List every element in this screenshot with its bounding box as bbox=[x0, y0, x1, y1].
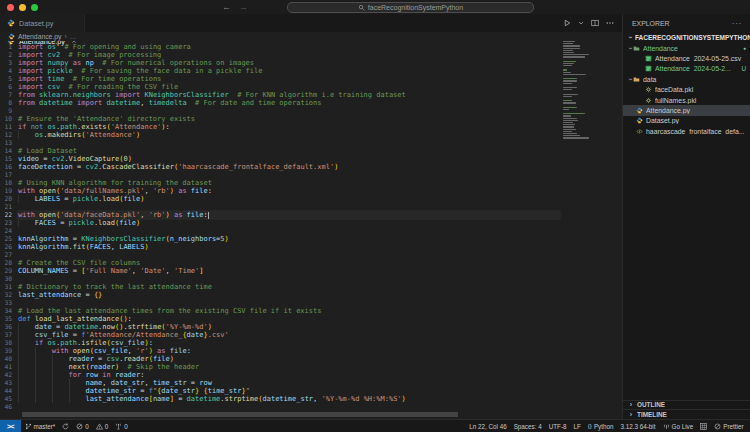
code-line-27: 27 bbox=[0, 251, 560, 259]
breadcrumb-more[interactable]: … bbox=[70, 33, 77, 40]
code-line-17: 17 bbox=[0, 171, 560, 179]
tree-item-label: data bbox=[643, 76, 746, 83]
python-icon bbox=[636, 107, 643, 114]
line-number: 34 bbox=[0, 307, 18, 315]
go-live-button[interactable]: Go Live bbox=[659, 420, 697, 432]
code-line-22: 22with open('data/faceData.pkl', 'rb') a… bbox=[0, 211, 560, 219]
run-options-button[interactable] bbox=[578, 20, 584, 26]
tree-item-attendance-2024-05-2[interactable]: Attendance_2024-05-2...U bbox=[623, 64, 750, 74]
explorer-header: EXPLORER ··· bbox=[623, 14, 750, 32]
zoom-window-button[interactable] bbox=[31, 4, 38, 11]
slash-circle-icon bbox=[714, 423, 721, 430]
remote-indicator[interactable]: >< bbox=[0, 420, 21, 432]
tab-bar: Dataset.pyAttendance.py bbox=[0, 14, 622, 32]
minimap-line bbox=[563, 61, 576, 62]
line-number: 4 bbox=[0, 67, 18, 75]
ports-status[interactable]: 0 bbox=[112, 420, 132, 432]
line-number: 44 bbox=[0, 387, 18, 395]
xml-icon bbox=[636, 128, 643, 135]
minimap-line bbox=[563, 74, 586, 75]
close-window-button[interactable] bbox=[7, 4, 14, 11]
line-number: 41 bbox=[0, 363, 18, 371]
minimap-line bbox=[563, 87, 577, 88]
tab-dataset-py[interactable]: Dataset.py bbox=[0, 14, 85, 32]
code-line-35: 35def load_last_attendance(): bbox=[0, 315, 560, 323]
line-number: 7 bbox=[0, 91, 18, 99]
code-line-16: 16faceDetection = cv2.CascadeClassifier(… bbox=[0, 163, 560, 171]
sync-changes-button[interactable] bbox=[59, 420, 73, 432]
minimap-line bbox=[563, 43, 573, 44]
vscode-window: ← → faceRecognitionSystemPython Dataset.… bbox=[0, 0, 750, 432]
prettier-status[interactable]: Prettier bbox=[711, 420, 747, 432]
command-center-search[interactable]: faceRecognitionSystemPython bbox=[287, 2, 534, 13]
history-navigation: ← → bbox=[222, 0, 248, 14]
run-python-file-button[interactable] bbox=[563, 19, 571, 27]
line-number: 21 bbox=[0, 203, 18, 211]
chevron-right-icon: › bbox=[628, 411, 634, 418]
minimap-line bbox=[563, 50, 573, 51]
tree-item-fullnames-pkl[interactable]: fullNames.pkl bbox=[623, 95, 750, 105]
minimap-line bbox=[563, 126, 574, 127]
status-label: 0 bbox=[124, 423, 128, 430]
minimap[interactable] bbox=[563, 41, 590, 142]
untracked-badge: U bbox=[741, 65, 746, 72]
code-editor[interactable]: 1import os # For opening and using camer… bbox=[0, 41, 622, 419]
minimize-window-button[interactable] bbox=[19, 4, 26, 11]
warnings-count[interactable]: 0 bbox=[92, 420, 112, 432]
errors-count[interactable]: 0 bbox=[73, 420, 93, 432]
back-arrow-icon[interactable]: ← bbox=[222, 2, 231, 12]
explorer-root-folder[interactable]: › FACERECOGNITIONSYSTEMPYTHON bbox=[623, 32, 750, 43]
language-mode[interactable]: {}Python bbox=[584, 420, 617, 432]
line-number: 27 bbox=[0, 251, 18, 259]
breadcrumb[interactable]: Attendance.py › … bbox=[0, 32, 622, 41]
section-outline[interactable]: ›OUTLINE bbox=[623, 400, 750, 410]
line-number: 13 bbox=[0, 139, 18, 147]
indentation-status[interactable]: Spaces: 4 bbox=[510, 420, 545, 432]
forward-arrow-icon[interactable]: → bbox=[239, 2, 248, 12]
python-interpreter[interactable]: 3.12.3 64-bit bbox=[617, 420, 659, 432]
search-icon bbox=[358, 4, 365, 11]
code-line-10: 10# Ensure the 'Attendance' directory ex… bbox=[0, 115, 560, 123]
tree-item-data[interactable]: ›data bbox=[623, 74, 750, 84]
tree-item-attendance-2024-05-25-csv[interactable]: Attendance_2024-05-25.csv bbox=[623, 53, 750, 63]
code-line-6: 6import csv # For reading the CSV file bbox=[0, 83, 560, 91]
code-line-31: 31# Dictionary to track the last attenda… bbox=[0, 283, 560, 291]
breadcrumb-file[interactable]: Attendance.py bbox=[18, 33, 61, 40]
folder-icon bbox=[633, 76, 640, 83]
section-timeline[interactable]: ›TIMELINE bbox=[623, 409, 750, 419]
code-line-8: 8from datetime import datetime, timedelt… bbox=[0, 99, 560, 107]
minimap-line bbox=[563, 65, 572, 66]
editor-more-actions-button[interactable] bbox=[606, 19, 614, 27]
explorer-more-actions-button[interactable]: ··· bbox=[732, 20, 742, 27]
status-label: Ln 22, Col 46 bbox=[469, 423, 506, 430]
tree-item-attendance-py[interactable]: Attendance.py bbox=[623, 105, 750, 115]
csv-icon bbox=[645, 65, 652, 72]
status-label: UTF-8 bbox=[549, 423, 567, 430]
line-number: 39 bbox=[0, 347, 18, 355]
encoding-status[interactable]: UTF-8 bbox=[545, 420, 570, 432]
minimap-line bbox=[563, 72, 571, 73]
eol-status[interactable]: LF bbox=[570, 420, 584, 432]
code-line-23: 23 FACES = pickle.load(file) bbox=[0, 219, 560, 227]
tree-item-haarcascade-frontalface-defa[interactable]: haarcascade_frontalface_defa... bbox=[623, 126, 750, 136]
csv-icon bbox=[645, 55, 652, 62]
git-branch-status[interactable]: master* bbox=[21, 420, 59, 432]
branch-icon bbox=[25, 423, 32, 430]
horizontal-scrollbar[interactable] bbox=[22, 412, 458, 417]
tree-item-attendance[interactable]: ›Attendance● bbox=[623, 43, 750, 53]
minimap-line bbox=[563, 69, 567, 70]
status-label: master* bbox=[34, 423, 56, 430]
command-center-label: faceRecognitionSystemPython bbox=[368, 4, 463, 11]
extension-grid-button[interactable] bbox=[697, 420, 711, 432]
minimap-line bbox=[563, 124, 575, 125]
tree-item-facedata-pkl[interactable]: faceData.pkl bbox=[623, 85, 750, 95]
code-line-29: 29COLUMN_NAMES = ['Full Name', 'Date', '… bbox=[0, 267, 560, 275]
tree-item-dataset-py[interactable]: Dataset.py bbox=[623, 116, 750, 126]
cursor-position[interactable]: Ln 22, Col 46 bbox=[466, 420, 510, 432]
modified-dot-badge: ● bbox=[743, 45, 746, 51]
status-bar: ><master*000 Ln 22, Col 46Spaces: 4UTF-8… bbox=[0, 419, 750, 432]
line-number: 3 bbox=[0, 59, 18, 67]
code-line-20: 20 LABELS = pickle.load(file) bbox=[0, 195, 560, 203]
split-editor-button[interactable] bbox=[591, 19, 599, 27]
code-line-40: 40 reader = csv.reader(file) bbox=[0, 355, 560, 363]
